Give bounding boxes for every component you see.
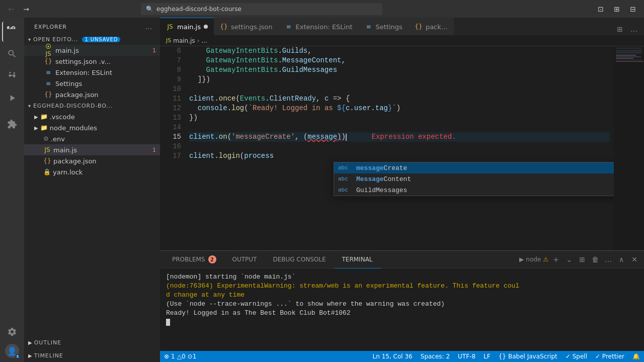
status-git[interactable]: ⊗ 1 △0 ⊙1 [160,351,200,362]
node-label: ▶ node ⚠ [519,256,548,263]
terminal-line-4: (Use `node --trace-warnings ...` to show… [166,300,638,309]
tab-settings[interactable]: ≡ Settings [359,18,409,35]
avatar[interactable]: 👤 1 [5,344,19,358]
autocomplete-item-3[interactable]: abc GuildMessages [334,185,614,196]
activity-item-extensions[interactable] [2,114,22,134]
outline-section[interactable]: ▶ OUTLINE [24,336,160,349]
activity-item-run[interactable] [2,88,22,108]
open-editor-main-js[interactable]: ⦿ JS main.js 1 [24,45,160,56]
git-icon: ⊗ [164,353,169,360]
search-icon: 🔍 [146,6,153,13]
status-position-text: Ln 15, Col 36 [373,353,413,360]
panel: PROBLEMS 2 OUTPUT DEBUG CONSOLE TERMINAL [160,250,644,351]
tree-item-yarn-lock[interactable]: 🔒 yarn.lock [24,166,160,177]
layout-icon-3[interactable]: ⊟ [627,3,639,15]
terminal-more-button[interactable]: … [603,254,614,265]
open-editor-main-js-name: main.js [55,47,79,54]
terminal-trash-button[interactable]: 🗑 [590,254,601,265]
activity-item-search[interactable] [2,44,22,64]
code-editor[interactable]: 6 7 8 9 10 11 12 13 14 15 16 17 Ga [160,46,644,250]
split-editor-button[interactable]: ⊞ [614,23,626,35]
open-editor-settings-name: Settings [55,80,82,87]
tab-package[interactable]: {} pack… [409,18,454,35]
layout-icon-1[interactable]: ⊡ [595,3,607,15]
tree-item-vscode[interactable]: ▶ 📁 .vscode [24,111,160,122]
package-json-tree-icon: {} [43,157,51,164]
add-terminal-button[interactable]: + [550,254,561,265]
env-gear-icon: ⚙ [43,135,49,142]
forward-button[interactable]: → [20,3,32,15]
tab-settings-json[interactable]: {} settings.json [214,18,279,35]
panel-actions: ▶ node ⚠ + ⌄ ⊞ 🗑 … ∧ ✕ [519,254,640,265]
breadcrumb-filename[interactable]: main.js [173,37,195,44]
status-bell[interactable]: 🔔 [628,351,644,362]
layout-icon-2[interactable]: ⊞ [611,3,623,15]
title-bar: ← → 🔍 egghead-discord-bot-course ⊡ ⊞ ⊟ [0,0,644,18]
open-editor-eslint[interactable]: ≡ Extension: ESLint [24,67,160,78]
timeline-section[interactable]: ▶ TIMELINE [24,349,160,362]
breadcrumb-sep: › [197,37,200,44]
terminal-maximize-button[interactable]: ∧ [616,254,627,265]
panel-tab-problems[interactable]: PROBLEMS 2 [164,251,224,268]
status-language[interactable]: {} Babel JavaScript [495,351,561,362]
tree-item-package-json[interactable]: {} package.json [24,155,160,166]
tab-main-js[interactable]: JS main.js [160,18,214,35]
panel-tab-terminal[interactable]: TERMINAL [334,251,381,268]
search-bar[interactable]: 🔍 egghead-discord-bot-course [141,3,382,15]
code-line-14 [189,123,610,132]
status-spell[interactable]: ✓ Spell [561,351,591,362]
language-icon: {} [499,353,506,360]
status-line-ending[interactable]: LF [479,351,495,362]
nav-controls: ← → [5,3,32,15]
status-language-text: Babel JavaScript [508,353,557,360]
eslint-file-icon: ≡ [44,69,52,76]
activity-item-files[interactable] [2,22,22,42]
project-header[interactable]: ▾ EGGHEAD-DISCORD-BO... [24,100,160,111]
terminal-split-layout[interactable]: ⊞ [577,254,588,265]
status-prettier[interactable]: ✓ Prettier [591,351,628,362]
settings-file-icon: ≡ [44,80,52,87]
breadcrumb-symbol[interactable]: ... [201,37,207,44]
status-encoding[interactable]: UTF-8 [454,351,479,362]
autocomplete-dropdown[interactable]: abc messageCreate abc MessageContent abc… [334,162,614,196]
split-terminal-button[interactable]: ⌄ [564,254,575,265]
terminal-close-button[interactable]: ✕ [629,254,640,265]
search-text: egghead-discord-bot-course [156,6,242,13]
package-json-icon: {} [44,91,52,98]
panel-tabs: PROBLEMS 2 OUTPUT DEBUG CONSOLE TERMINAL [160,251,644,268]
tree-item-main-js-label: main.js [53,146,77,154]
problems-badge: 2 [208,255,216,263]
tree-item-env-config[interactable]: ⚙ .env [24,133,160,144]
open-editor-package-json[interactable]: {} package.json [24,89,160,100]
tab-settings-icon: ≡ [365,23,373,30]
new-file-button[interactable]: … [144,22,154,32]
tree-item-main-js[interactable]: JS main.js 1 [24,144,160,155]
open-editors-label: OPEN EDITO... [33,36,78,43]
terminal-line-2: (node:76364) ExperimentalWarning: stream… [166,282,638,291]
tab-eslint[interactable]: ≡ Extension: ESLint [279,18,359,35]
open-editor-eslint-name: Extension: ESLint [55,69,112,76]
more-actions-button[interactable]: … [628,23,640,35]
activity-item-source-control[interactable] [2,66,22,86]
autocomplete-item-1[interactable]: abc messageCreate [334,162,614,173]
status-info: ⊙1 [188,353,197,360]
status-position[interactable]: Ln 15, Col 36 [369,351,417,362]
open-editor-settings[interactable]: ≡ Settings [24,78,160,89]
open-editor-settings-json[interactable]: {} settings.json .v... [24,56,160,67]
panel-tab-debug[interactable]: DEBUG CONSOLE [265,251,334,268]
tab-json-icon: {} [220,23,228,30]
tab-eslint-icon: ≡ [285,23,293,30]
outline-label: OUTLINE [34,339,61,346]
tree-item-package-json-label: package.json [53,157,97,165]
back-button[interactable]: ← [5,3,17,15]
activity-bar: 👤 1 [0,18,24,362]
status-spell-text: ✓ Spell [566,353,587,360]
activity-item-settings[interactable] [2,322,22,342]
line-numbers: 6 7 8 9 10 11 12 13 14 15 16 17 [160,46,185,250]
status-spaces[interactable]: Spaces: 2 [417,351,454,362]
json-file-icon: {} [44,58,52,65]
autocomplete-item-2[interactable]: abc MessageContent [334,173,614,185]
panel-tab-output[interactable]: OUTPUT [224,251,265,268]
tree-item-node-modules[interactable]: ▶ 📁 node_modules [24,122,160,133]
terminal-content[interactable]: [nodemon] starting `node main.js` (node:… [160,268,644,351]
